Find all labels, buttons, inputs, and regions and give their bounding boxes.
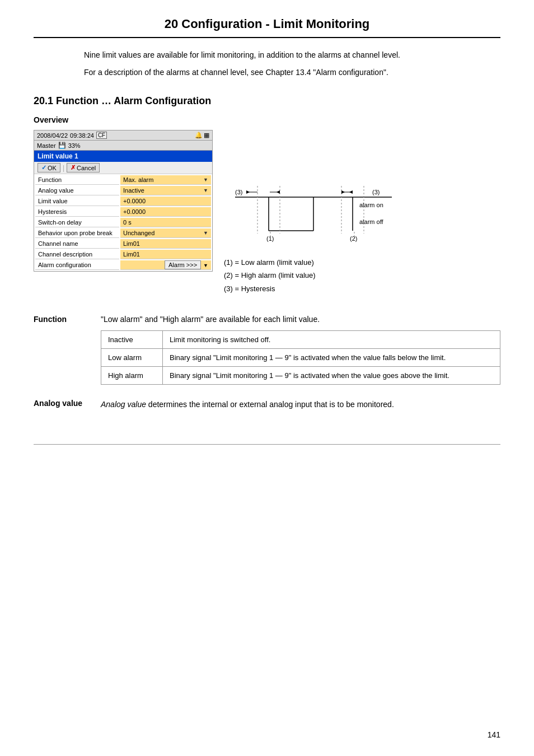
function-name-cell: Inactive (101, 331, 163, 349)
device-row: Limit value+0.0000 (35, 197, 211, 206)
device-row-label: Behavior upon probe break (35, 228, 119, 238)
dropdown-arrow-icon: ▼ (203, 177, 208, 183)
master-label: Master (37, 142, 56, 149)
intro-paragraph-1: Nine limit values are available for limi… (84, 49, 500, 61)
device-row-label: Analog value (35, 186, 119, 195)
device-row: Channel descriptionLim01 (35, 250, 211, 259)
device-ui-screenshot: 2008/04/22 09:38:24 CF 🔔 ▦ Master 💾 33% (34, 130, 213, 272)
ok-button[interactable]: ✓ OK (38, 163, 60, 172)
device-row: Switch-on delay0 s (35, 218, 211, 227)
row-value-text: 0 s (123, 219, 132, 226)
device-row: Alarm configurationAlarm >>>▼ (35, 260, 211, 270)
function-name-cell: Low alarm (101, 349, 163, 367)
device-row-value: Lim01 (120, 239, 211, 249)
row-value-text: +0.0000 (123, 198, 146, 204)
percent-display: 33% (68, 142, 81, 149)
device-rows-table: FunctionMax. alarm▼Analog valueInactive▼… (34, 174, 212, 271)
bell-icon: 🔔 (195, 132, 203, 139)
device-row-label: Channel description (35, 250, 119, 259)
function-table-row: InactiveLimit monitoring is switched off… (101, 331, 500, 349)
device-time: 09:38:24 (70, 132, 94, 139)
device-row-value: +0.0000 (120, 207, 211, 217)
separator: | (63, 164, 64, 172)
function-desc-cell: Limit monitoring is switched off. (163, 331, 500, 349)
device-row-label: Hysteresis (35, 207, 119, 217)
device-row: FunctionMax. alarm▼ (35, 175, 211, 185)
function-section: Function "Low alarm" and "High alarm" ar… (34, 315, 500, 385)
legend-item-2: (2) = High alarm (limit value) (224, 269, 500, 282)
svg-text:alarm off: alarm off (359, 218, 384, 225)
overview-label: Overview (34, 115, 500, 124)
x-icon: ✗ (71, 164, 76, 171)
function-desc-cell: Binary signal "Limit monitoring 1 — 9" i… (163, 367, 500, 385)
row-value-text: Inactive (123, 187, 144, 194)
device-row: Analog valueInactive▼ (35, 186, 211, 195)
function-desc-cell: Binary signal "Limit monitoring 1 — 9" i… (163, 349, 500, 367)
page-title: 20 Configuration - Limit Monitoring (34, 17, 500, 38)
ok-label: OK (48, 165, 57, 171)
svg-marker-16 (341, 190, 345, 194)
function-table-row: High alarmBinary signal "Limit monitorin… (101, 367, 500, 385)
row-value-text: +0.0000 (123, 208, 146, 215)
device-row-label: Switch-on delay (35, 218, 119, 227)
diagram-container: (3) (3) alarm on alarm off (224, 141, 500, 295)
dropdown-arrow-icon: ▼ (203, 188, 208, 193)
device-row-value: 0 s (120, 218, 211, 227)
function-table: InactiveLimit monitoring is switched off… (101, 330, 500, 385)
function-label: Function (34, 315, 90, 324)
function-name-cell: High alarm (101, 367, 163, 385)
section-20-1-title: 20.1 Function … Alarm Configuration (34, 95, 500, 107)
row-value-text: Max. alarm (123, 176, 153, 183)
svg-text:(3): (3) (372, 189, 380, 195)
svg-text:alarm on: alarm on (359, 202, 383, 208)
device-title-bar: Limit value 1 (34, 151, 212, 162)
device-row-label: Limit value (35, 197, 119, 206)
analog-rest: determines the internal or external anal… (146, 400, 394, 409)
analog-italic: Analog value (101, 400, 146, 409)
device-date: 2008/04/22 (37, 132, 68, 139)
analog-label: Analog value (34, 399, 90, 410)
row-value-text: Lim01 (123, 251, 140, 258)
analog-description: Analog value determines the internal or … (101, 399, 500, 410)
svg-marker-17 (349, 190, 353, 194)
dropdown-arrow-icon: ▼ (203, 230, 208, 236)
graph-icon: ▦ (204, 132, 209, 139)
device-row-label: Channel name (35, 239, 119, 249)
device-row-value: Unchanged▼ (120, 228, 211, 238)
intro-paragraph-2: For a description of the alarms at chann… (84, 67, 500, 78)
row-value-text: Unchanged (123, 230, 154, 236)
svg-text:(3): (3) (235, 189, 242, 195)
page-number: 141 (488, 730, 500, 739)
svg-marker-12 (246, 190, 250, 194)
check-icon: ✓ (41, 164, 46, 171)
legend-item-3: (3) = Hysteresis (224, 282, 500, 295)
device-row-value: +0.0000 (120, 197, 211, 206)
function-intro-text: "Low alarm" and "High alarm" are availab… (101, 315, 500, 324)
legend-item-1: (1) = Low alarm (limit value) (224, 256, 500, 269)
device-row-label: Alarm configuration (35, 260, 119, 270)
scroll-arrow-icon: ▼ (203, 263, 208, 268)
device-row-value: Inactive▼ (120, 186, 211, 195)
svg-text:(2): (2) (350, 235, 357, 242)
function-table-row: Low alarmBinary signal "Limit monitoring… (101, 349, 500, 367)
alarm-button[interactable]: Alarm >>> (165, 260, 201, 269)
device-toolbar[interactable]: ✓ OK | ✗ Cancel (34, 162, 212, 174)
diagram-legend: (1) = Low alarm (limit value) (2) = High… (224, 256, 500, 295)
cf-badge: CF (96, 132, 107, 139)
device-row: Channel nameLim01 (35, 239, 211, 249)
device-row-value: Alarm >>>▼ (120, 260, 211, 270)
device-row-label: Function (35, 175, 119, 185)
svg-marker-13 (277, 190, 280, 194)
device-row: Hysteresis+0.0000 (35, 207, 211, 217)
analog-section: Analog value Analog value determines the… (34, 399, 500, 410)
hysteresis-diagram: (3) (3) alarm on alarm off (224, 141, 403, 253)
cancel-label: Cancel (77, 165, 96, 171)
device-subheader: Master 💾 33% (34, 141, 212, 151)
device-row-value: Lim01 (120, 250, 211, 259)
floppy-icon: 💾 (58, 142, 66, 149)
device-header: 2008/04/22 09:38:24 CF 🔔 ▦ (34, 130, 212, 141)
device-row: Behavior upon probe breakUnchanged▼ (35, 228, 211, 238)
row-value-text: Lim01 (123, 240, 140, 247)
cancel-button[interactable]: ✗ Cancel (67, 163, 100, 172)
device-row-value: Max. alarm▼ (120, 175, 211, 185)
